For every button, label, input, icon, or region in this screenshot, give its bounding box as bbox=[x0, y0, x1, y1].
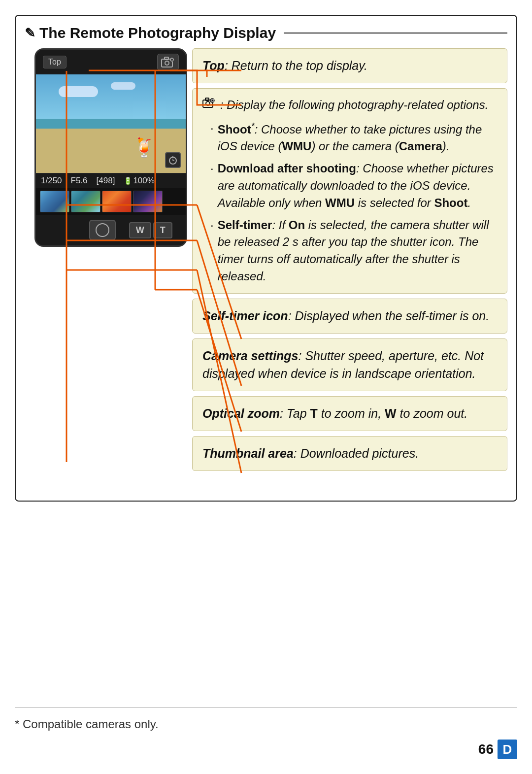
camera-viewfinder: 🍹 bbox=[36, 74, 186, 173]
svg-point-16 bbox=[165, 61, 169, 65]
top-label: Top bbox=[202, 59, 225, 72]
main-diagram-box: ✎ The Remote Photography Display bbox=[15, 15, 517, 502]
phone-header: Top bbox=[36, 50, 186, 74]
footer-divider bbox=[15, 707, 517, 708]
shoot-text: Shoot*: Choose whether to take pictures … bbox=[218, 120, 497, 156]
section-title-text: The Remote Photography Display bbox=[39, 25, 276, 41]
selftimer-text: Self-timer: If On is selected, the camer… bbox=[218, 217, 497, 285]
cloud-2 bbox=[111, 82, 135, 90]
timer-icon-svg bbox=[168, 155, 178, 165]
phone-mockup: Top bbox=[34, 48, 187, 247]
thumbnail-label: Thumbnail area bbox=[202, 446, 294, 460]
page-number: 66 bbox=[478, 741, 494, 757]
wt-buttons: W T bbox=[129, 222, 172, 238]
t-button[interactable]: T bbox=[153, 222, 172, 238]
svg-rect-28 bbox=[205, 98, 209, 101]
photo-options-desc-box: : Display the following photography-rela… bbox=[192, 88, 507, 294]
svg-rect-15 bbox=[165, 57, 168, 60]
sky-bg bbox=[36, 74, 186, 124]
shutter-circle bbox=[96, 223, 109, 237]
battery-icon: 🔋 bbox=[124, 177, 132, 185]
thumbnail-2 bbox=[71, 191, 100, 212]
camera-with-gear-icon bbox=[161, 56, 175, 68]
shutter-button[interactable] bbox=[89, 220, 116, 240]
thumbnail-desc-box: Thumbnail area: Downloaded pictures. bbox=[192, 436, 507, 471]
thumbnail-1 bbox=[40, 191, 69, 212]
thumbnail-text: : Downloaded pictures. bbox=[294, 446, 419, 460]
camera-settings-bar: 1/250 F5.6 [498] 🔋 100% bbox=[36, 173, 186, 188]
optical-zoom-label: Optical zoom bbox=[202, 406, 280, 420]
d-badge: D bbox=[498, 740, 517, 759]
cocktail-decoration: 🍹 bbox=[133, 136, 156, 158]
footnote-text: * Compatible cameras only. bbox=[15, 717, 159, 731]
top-text: : Return to the top display. bbox=[225, 59, 367, 72]
selftimer-icon-label: Self-timer icon bbox=[202, 309, 288, 323]
aperture: F5.6 bbox=[71, 176, 88, 186]
top-button[interactable]: Top bbox=[43, 56, 66, 68]
camera-options-button[interactable] bbox=[157, 54, 179, 70]
page-footer: * Compatible cameras only. 66 D bbox=[15, 707, 517, 759]
optical-zoom-desc-box: Optical zoom: Tap T to zoom in, W to zoo… bbox=[192, 396, 507, 431]
download-entry: · Download after shooting: Choose whethe… bbox=[202, 160, 497, 211]
shoot-entry: · Shoot*: Choose whether to take picture… bbox=[202, 120, 497, 156]
thumbnail-strip bbox=[36, 188, 186, 215]
selftimer-option-entry: · Self-timer: If On is selected, the cam… bbox=[202, 217, 497, 285]
title-line bbox=[284, 33, 507, 34]
selftimer-icon-desc-box: Self-timer icon: Displayed when the self… bbox=[192, 299, 507, 334]
cloud-1 bbox=[59, 86, 98, 97]
phone-controls: W T bbox=[36, 215, 186, 245]
diagram-area: Top bbox=[25, 48, 507, 492]
w-button[interactable]: W bbox=[129, 222, 151, 238]
optical-zoom-text: : Tap T to zoom in, W to zoom out. bbox=[280, 406, 467, 420]
page: ✎ The Remote Photography Display bbox=[0, 0, 532, 774]
bullet-dot: · bbox=[210, 120, 214, 137]
thumbnail-4 bbox=[133, 191, 163, 212]
page-number-row: 66 D bbox=[15, 740, 517, 759]
bullet-dot-2: · bbox=[210, 160, 214, 177]
photo-icon-row: : Display the following photography-rela… bbox=[202, 97, 497, 114]
buffer: [498] bbox=[97, 176, 115, 186]
battery-indicator: 🔋 100% bbox=[124, 176, 154, 186]
shutter-speed: 1/250 bbox=[41, 176, 62, 186]
pencil-icon: ✎ bbox=[25, 26, 35, 41]
photo-options-icon bbox=[202, 98, 216, 114]
camera-settings-label: Camera settings bbox=[202, 349, 299, 363]
bullet-dot-3: · bbox=[210, 217, 214, 234]
phone-column: Top bbox=[25, 48, 177, 247]
camera-settings-desc-box: Camera settings: Shutter speed, aperture… bbox=[192, 338, 507, 392]
top-desc-box: Top: Return to the top display. bbox=[192, 48, 507, 83]
thumbnail-3 bbox=[102, 191, 132, 212]
photo-icon-text: : Display the following photography-rela… bbox=[220, 97, 488, 114]
selftimer-icon-text: : Displayed when the self-timer is on. bbox=[288, 309, 490, 323]
download-text: Download after shooting: Choose whether … bbox=[218, 160, 497, 211]
descriptions-column: Top: Return to the top display. bbox=[177, 48, 507, 476]
sand-bg bbox=[36, 129, 186, 173]
section-title-row: ✎ The Remote Photography Display bbox=[25, 25, 507, 41]
svg-point-29 bbox=[206, 101, 210, 105]
